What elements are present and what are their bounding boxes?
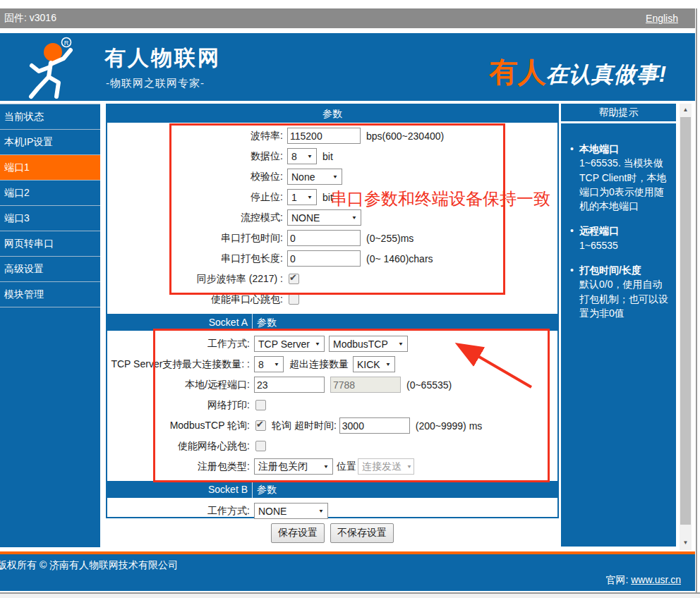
serial-heartbeat-checkbox[interactable] — [289, 294, 299, 305]
reg-packet-position-label: 位置 — [337, 460, 356, 473]
chevron-down-icon: ▼ — [307, 153, 313, 159]
max-connections-select[interactable]: 8▼ — [254, 356, 284, 372]
work-mode-row: 工作方式: TCP Server▼ ModbusTCP▼ — [107, 334, 557, 354]
socket-b-section-header: Socket B 参数 — [107, 481, 557, 498]
ports-row: 本地/远程端口: (0~65535) — [107, 374, 557, 395]
data-bits-select[interactable]: 8▼ — [287, 148, 317, 164]
bottom-strip — [0, 592, 700, 598]
poll-timeout-input[interactable] — [339, 417, 410, 434]
sidebar-item-port1[interactable]: 端口1 — [0, 155, 100, 181]
button-bar: 保存设置 不保存设置 — [106, 523, 559, 543]
local-port-input[interactable] — [254, 377, 325, 393]
ports-label: 本地/远程端口: — [107, 379, 253, 391]
brand-subtitle: -物联网之联网专家- — [106, 77, 205, 90]
help-item-body: 默认0/0，使用自动打包机制；也可以设置为非0值 — [579, 277, 670, 320]
stop-bits-unit: bit — [322, 192, 333, 203]
chevron-down-icon: ▼ — [315, 341, 320, 346]
socket-b-header-title: Socket B — [107, 481, 253, 498]
exceed-action-value: KICK — [357, 359, 380, 370]
chevron-down-icon: ▼ — [351, 214, 357, 220]
help-item-title: 打包时间/长度 — [579, 263, 670, 277]
sidebar-item-port2[interactable]: 端口2 — [0, 181, 100, 206]
stop-bits-select[interactable]: 1▼ — [287, 189, 317, 205]
svg-text:R: R — [64, 39, 69, 47]
pack-length-range: (0~ 1460)chars — [366, 253, 433, 264]
modbus-mode-select[interactable]: ModbusTCP▼ — [329, 336, 408, 352]
flow-control-label: 流控模式: — [107, 212, 286, 224]
pack-length-input[interactable] — [287, 250, 361, 267]
remote-port-input — [330, 377, 401, 393]
sidebar-item-module-mgmt[interactable]: 模块管理 — [0, 282, 100, 307]
pack-time-input[interactable] — [287, 230, 361, 246]
footer: 版权所有 © 济南有人物联网技术有限公司 官网: www.usr.cn — [0, 554, 695, 591]
scrollbar-thumb[interactable] — [680, 117, 691, 525]
help-item-title: 远程端口 — [579, 224, 670, 238]
flow-control-select[interactable]: NONE▼ — [287, 209, 361, 226]
settings-panel: 参数 波特率: bps(600~230400) 数据位: 8▼ bit 校验位:… — [106, 104, 559, 518]
serial-heartbeat-label: 使能串口心跳包: — [107, 293, 286, 306]
scroll-down-icon[interactable]: ▼ — [680, 537, 692, 549]
net-print-checkbox[interactable] — [255, 400, 266, 410]
vertical-scrollbar[interactable]: ▲ ▼ — [680, 104, 692, 550]
baud-rate-row: 波特率: bps(600~230400) — [107, 126, 557, 146]
modbus-mode-value: ModbusTCP — [333, 338, 388, 350]
scroll-up-icon[interactable]: ▲ — [680, 104, 692, 116]
help-item-remote-port: 远程端口 1~65535 — [569, 224, 670, 252]
official-site-link[interactable]: www.usr.cn — [631, 574, 681, 585]
chevron-down-icon: ▼ — [318, 508, 324, 513]
modbus-poll-checkbox[interactable] — [255, 420, 266, 431]
reg-packet-type-value: 注册包关闭 — [258, 460, 308, 473]
max-connections-row: TCP Server支持最大连接数量: : 8▼ 超出连接数量 KICK▼ — [107, 354, 557, 374]
slogan-white-text: 在认真做事! — [546, 62, 667, 87]
socket-b-header-params: 参数 — [253, 481, 277, 498]
reg-packet-position-select: 连接发送▼ — [358, 458, 414, 475]
baud-rate-range: bps(600~230400) — [366, 130, 444, 142]
language-link[interactable]: English — [646, 13, 678, 24]
max-connections-label: TCP Server支持最大连接数量: : — [107, 358, 253, 371]
brand-slogan: 有人在认真做事! — [490, 53, 667, 92]
chevron-down-icon: ▼ — [406, 463, 412, 469]
copyright-text: 版权所有 © 济南有人物联网技术有限公司 — [0, 559, 178, 572]
ports-range: (0~65535) — [406, 379, 452, 391]
sidebar-item-web-to-serial[interactable]: 网页转串口 — [0, 231, 100, 257]
work-mode-select[interactable]: TCP Server▼ — [254, 336, 325, 352]
discard-settings-button[interactable]: 不保存设置 — [330, 523, 394, 543]
official-site-label: 官网: — [605, 574, 628, 585]
sidebar-item-local-ip[interactable]: 本机IP设置 — [0, 130, 100, 155]
net-print-row: 网络打印: — [107, 395, 557, 415]
chevron-down-icon: ▼ — [398, 341, 404, 346]
slogan-orange-text: 有人 — [490, 56, 546, 87]
pack-length-row: 串口打包长度: (0~ 1460)chars — [107, 248, 557, 269]
reg-packet-type-select[interactable]: 注册包关闭▼ — [254, 458, 333, 475]
save-settings-button[interactable]: 保存设置 — [271, 523, 325, 543]
data-bits-label: 数据位: — [107, 150, 286, 163]
socket-a-section-header: Socket A 参数 — [107, 314, 557, 331]
baud-rate-label: 波特率: — [107, 130, 286, 142]
params-section-header: 参数 — [107, 105, 557, 123]
baud-rate-input[interactable] — [287, 128, 361, 144]
help-item-pack-time: 打包时间/长度 默认0/0，使用自动打包机制；也可以设置为非0值 — [569, 263, 670, 320]
socket-b-work-mode-row: 工作方式: NONE▼ — [107, 501, 557, 521]
pack-time-range: (0~255)ms — [366, 233, 414, 244]
socket-b-work-mode-select[interactable]: NONE▼ — [254, 503, 328, 519]
sync-baud-checkbox[interactable] — [289, 274, 299, 284]
help-panel-body: 本地端口 1~65535. 当模块做TCP Client时，本地端口为0表示使用… — [561, 123, 676, 320]
parity-value: None — [291, 171, 315, 183]
net-print-label: 网络打印: — [107, 399, 253, 412]
help-item-title: 本地端口 — [579, 142, 670, 156]
poll-timeout-range: (200~9999) ms — [416, 420, 483, 432]
brand-title: 有人物联网 — [104, 44, 221, 73]
serial-heartbeat-row: 使能串口心跳包: — [107, 289, 557, 310]
sidebar-item-advanced[interactable]: 高级设置 — [0, 257, 100, 282]
firmware-version: 固件: v3016 — [4, 12, 56, 25]
pack-time-row: 串口打包时间: (0~255)ms — [107, 228, 557, 248]
sidebar-item-port3[interactable]: 端口3 — [0, 206, 100, 231]
flow-control-row: 流控模式: NONE▼ — [107, 207, 557, 228]
help-panel: 帮助提示 本地端口 1~65535. 当模块做TCP Client时，本地端口为… — [561, 104, 676, 547]
exceed-action-select[interactable]: KICK▼ — [353, 356, 395, 372]
socket-b-work-mode-value: NONE — [258, 506, 286, 517]
parity-select[interactable]: None▼ — [287, 169, 342, 185]
net-heartbeat-checkbox[interactable] — [255, 441, 266, 451]
chevron-down-icon: ▼ — [274, 361, 279, 367]
sidebar-item-current-status[interactable]: 当前状态 — [0, 104, 100, 130]
